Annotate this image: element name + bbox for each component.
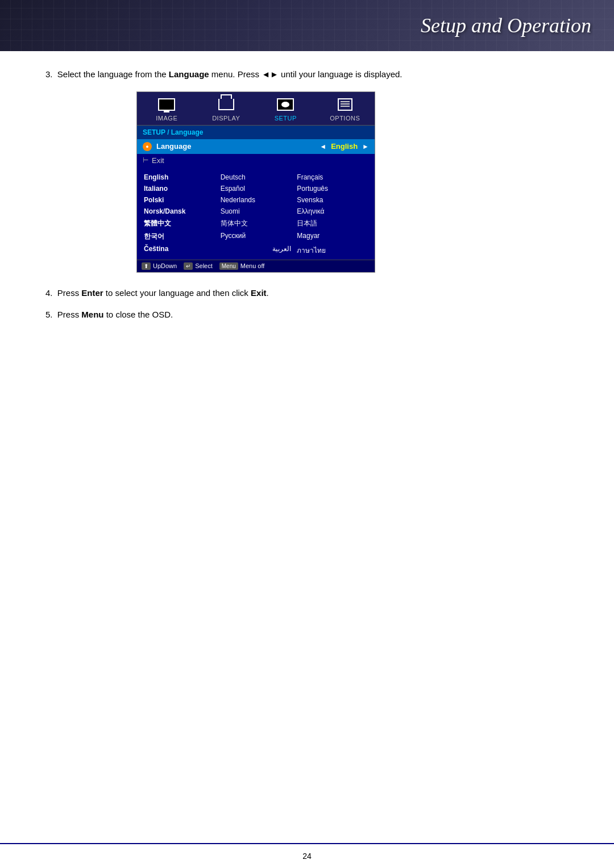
page-footer: 24: [0, 843, 614, 868]
lang-trad-chinese[interactable]: 繁體中文: [143, 218, 216, 229]
step5-bold-menu: Menu: [81, 310, 103, 319]
lang-magyar[interactable]: Magyar: [296, 231, 369, 242]
step-5-instruction: 5. Press Menu to close the OSD.: [45, 308, 580, 322]
lang-russian[interactable]: Русский: [219, 231, 293, 242]
lang-deutsch[interactable]: Deutsch: [219, 173, 293, 182]
step4-bold-exit: Exit: [251, 288, 267, 298]
osd-nav-updown-label: UpDown: [153, 262, 177, 269]
osd-arrow-right-icon[interactable]: ►: [362, 143, 369, 151]
osd-breadcrumb: SETUP / Language: [137, 126, 375, 139]
osd-tab-setup-label: SETUP: [275, 115, 297, 122]
step3-bold-language: Language: [169, 69, 209, 79]
page-title: Setup and Operation: [421, 14, 591, 37]
step-3-instruction: 3. Select the language from the Language…: [45, 68, 580, 81]
page-number: 24: [302, 852, 312, 861]
osd-nav-menu-label: Menu off: [240, 262, 265, 269]
lang-cestina[interactable]: Čeština: [143, 244, 216, 256]
lang-italiano[interactable]: Italiano: [143, 184, 216, 193]
osd-tab-bar: IMAGE DISPLAY SETUP: [137, 92, 375, 126]
header-banner: Setup and Operation: [0, 0, 614, 51]
step-4-instruction: 4. Press Enter to select your language a…: [45, 286, 580, 300]
osd-arrow-left-icon[interactable]: ◄: [320, 143, 326, 151]
lang-suomi[interactable]: Suomi: [219, 207, 293, 216]
lang-korean[interactable]: 한국어: [143, 231, 216, 242]
osd-nav-updown: ⬆ UpDown: [142, 262, 177, 270]
lang-francais[interactable]: Français: [296, 173, 369, 182]
osd-language-value: English: [331, 142, 358, 151]
lang-espanol[interactable]: Español: [219, 184, 293, 193]
osd-language-label: Language: [156, 142, 315, 151]
osd-tab-display-label: DISPLAY: [212, 115, 240, 122]
osd-tab-setup[interactable]: SETUP: [256, 92, 316, 125]
globe-icon: ●: [143, 142, 152, 151]
lang-portugues[interactable]: Português: [296, 184, 369, 193]
lang-english[interactable]: English: [143, 173, 216, 182]
osd-nav-menu: Menu Menu off: [219, 262, 265, 270]
select-icon: ↵: [184, 262, 193, 270]
lang-polski[interactable]: Polski: [143, 195, 216, 205]
lang-arabic[interactable]: العربية: [219, 244, 293, 256]
osd-tab-options-label: OPTIONS: [330, 115, 360, 122]
osd-bottom-bar: ⬆ UpDown ↵ Select Menu Menu off: [137, 260, 375, 272]
lang-nederlands[interactable]: Nederlands: [219, 195, 293, 205]
osd-language-row[interactable]: ● Language ◄ English ►: [137, 139, 375, 154]
options-icon: [335, 97, 355, 112]
osd-tab-display[interactable]: DISPLAY: [197, 92, 256, 125]
osd-language-grid: English Deutsch Français Italiano Españo…: [137, 167, 375, 260]
lang-greek[interactable]: Ελληνικά: [296, 207, 369, 216]
main-content: 3. Select the language from the Language…: [0, 51, 614, 364]
monitor-icon: [157, 97, 176, 112]
osd-tab-image[interactable]: IMAGE: [137, 92, 197, 125]
lang-norsk[interactable]: Norsk/Dansk: [143, 207, 216, 216]
lang-svenska[interactable]: Svenska: [296, 195, 369, 205]
updown-icon: ⬆: [142, 262, 151, 270]
display-icon: [217, 97, 236, 112]
lang-simp-chinese[interactable]: 简体中文: [219, 218, 293, 229]
osd-tab-options[interactable]: OPTIONS: [316, 92, 375, 125]
exit-icon: ⊢: [143, 156, 148, 164]
osd-menu: IMAGE DISPLAY SETUP: [136, 91, 375, 273]
osd-tab-image-label: IMAGE: [156, 115, 177, 122]
step4-bold-enter: Enter: [81, 288, 103, 298]
menu-icon: Menu: [219, 262, 238, 270]
osd-exit-label: Exit: [152, 156, 164, 165]
osd-exit-row[interactable]: ⊢ Exit: [137, 154, 375, 167]
lang-japanese[interactable]: 日本語: [296, 218, 369, 229]
osd-nav-select: ↵ Select: [184, 262, 213, 270]
lang-thai[interactable]: ภาษาไทย: [296, 244, 369, 256]
osd-nav-select-label: Select: [195, 262, 213, 269]
setup-icon: [276, 97, 295, 112]
